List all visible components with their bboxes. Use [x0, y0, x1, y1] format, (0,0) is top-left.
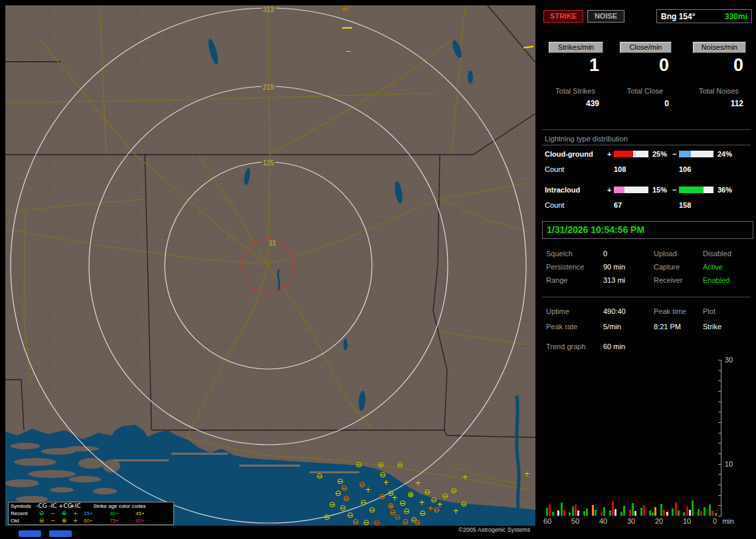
total-noises-value: 112: [693, 99, 743, 108]
peak-rate-value: 5/min: [603, 323, 621, 331]
ic-negative-count: 158: [679, 201, 691, 209]
trend-bar: [612, 501, 614, 516]
receiver-label: Receiver: [654, 276, 682, 284]
trend-bar: [629, 510, 631, 516]
trend-bar: [577, 510, 579, 516]
legend-header-row: Symbols-CG-IC+CG+ICStrike age color code…: [9, 502, 173, 510]
trend-bar: [711, 510, 713, 516]
strikes-per-min-header[interactable]: Strikes/min: [549, 42, 603, 53]
trend-graph: [546, 360, 719, 516]
taskbar-chip[interactable]: [19, 530, 41, 537]
trend-y-tick: [718, 453, 721, 454]
legend-age-value: 75+: [108, 517, 134, 524]
ic-negative-bar: [679, 187, 713, 193]
strike-symbol: ⊖: [329, 501, 335, 508]
trend-x-label: 10: [679, 517, 695, 525]
legend-strike-symbol: −: [47, 510, 58, 517]
plot-label: Plot: [703, 307, 715, 315]
map-view[interactable]: 31321912531 ⊖−+⊖⊖⊖⊖⊖⊖⊖⊖⊖⊖⊖⊖⊖⊖⊖⊖⊖⊖⊖⊖⊖⊖⊖⊖⊖…: [5, 5, 535, 526]
distribution-title: Lightning type distribution: [545, 135, 628, 143]
trend-bar: [623, 506, 625, 516]
plus-sign: +: [607, 186, 611, 194]
trend-bar: [709, 504, 711, 516]
uptime-value: 490:40: [603, 307, 626, 315]
strike-symbol: ⊖: [341, 485, 347, 491]
river: [517, 396, 519, 511]
trend-y-tick: [718, 516, 721, 516]
trend-bar: [592, 505, 594, 516]
trend-bar: [660, 504, 662, 516]
trend-y-tick: [718, 412, 721, 412]
minus-sign: −: [672, 150, 676, 158]
strike-symbol: ⊖: [397, 461, 403, 468]
trend-y-tick: [718, 443, 721, 443]
trend-x-label: 60: [539, 517, 555, 525]
trend-bar: [563, 510, 565, 516]
total-close-label: Total Close: [614, 87, 676, 95]
strike-symbol: ⊖: [403, 508, 410, 514]
noise-toggle-button[interactable]: NOISE: [587, 10, 624, 23]
trend-y-tick: [718, 505, 721, 506]
trend-bar: [603, 507, 605, 516]
trend-bar: [683, 512, 685, 516]
cg-negative-bar: [679, 151, 713, 157]
legend-row: Old⊖−⊕+60+75+90+: [9, 517, 173, 524]
strike-symbol: +: [391, 495, 398, 501]
cg-positive-count: 108: [614, 165, 626, 173]
strike-symbol: +: [452, 508, 459, 514]
trend-bar: [609, 510, 611, 516]
control-panel: STRIKE NOISE Bng 154° 330mi Strikes/min …: [539, 0, 756, 539]
trend-bar: [569, 512, 571, 516]
trend-bar: [640, 508, 642, 516]
trend-bar: [557, 510, 559, 516]
legend-strike-symbol: +: [70, 517, 81, 524]
trend-bar: [614, 509, 616, 516]
trend-bar: [675, 502, 677, 516]
trend-bar: [586, 508, 588, 516]
trend-y-label: 10: [725, 460, 733, 468]
trend-y-tick: [718, 464, 721, 465]
persistence-label: Persistence: [546, 263, 584, 271]
strike-toggle-button[interactable]: STRIKE: [543, 10, 583, 23]
strike-symbol: ⊖: [433, 506, 440, 513]
trend-y-label: 30: [725, 356, 733, 364]
trend-bar: [704, 507, 706, 516]
trend-y-tick: [718, 380, 721, 381]
legend-strike-symbol: ⊖: [36, 517, 47, 524]
separator: [542, 129, 751, 130]
intracloud-label: Intracloud: [545, 186, 580, 194]
persistence-value: 90 min: [603, 263, 625, 271]
capture-label: Capture: [654, 263, 680, 271]
trend-bar: [620, 512, 622, 516]
trend-y-tick: [718, 370, 721, 371]
close-per-min-header[interactable]: Close/min: [620, 42, 672, 53]
legend-age-title: Strike age color codes: [82, 502, 157, 510]
trend-bar: [654, 507, 656, 516]
legend-strike-symbol: +: [70, 510, 81, 517]
taskbar-chip[interactable]: [49, 530, 72, 537]
strike-symbol: ⊖: [373, 519, 380, 526]
total-strikes-label: Total Strikes: [543, 87, 607, 95]
trend-bar: [698, 509, 700, 516]
separator: [542, 145, 751, 145]
trend-x-label: 40: [595, 517, 611, 525]
capture-status: Active: [703, 263, 723, 271]
legend-age-value: 45+: [134, 510, 160, 517]
noises-per-min-header[interactable]: Noises/min: [693, 42, 746, 53]
strike-symbol: ⊖: [450, 487, 457, 494]
strike-symbol: ⊖: [419, 510, 426, 516]
cg-negative-count: 106: [679, 165, 691, 173]
cloud-ground-label: Cloud-ground: [545, 150, 593, 158]
bearing-display: Bng 154° 330mi: [656, 9, 752, 23]
trend-x-label: 50: [567, 517, 583, 525]
legend-strike-symbol: ⊕: [58, 510, 70, 517]
trend-x-unit: min: [720, 517, 736, 525]
total-strikes-value: 439: [549, 99, 599, 108]
squelch-label: Squelch: [546, 250, 573, 258]
separator: [542, 297, 751, 297]
trend-bar: [595, 510, 597, 516]
app-window: 31321912531 ⊖−+⊖⊖⊖⊖⊖⊖⊖⊖⊖⊖⊖⊖⊖⊖⊖⊖⊖⊖⊖⊖⊖⊖⊖⊖⊖…: [0, 0, 756, 539]
range-ring-label: 125: [262, 159, 276, 167]
clock-display: 1/31/2026 10:54:56 PM: [542, 221, 753, 239]
peak-time-label: Peak time: [654, 307, 686, 315]
